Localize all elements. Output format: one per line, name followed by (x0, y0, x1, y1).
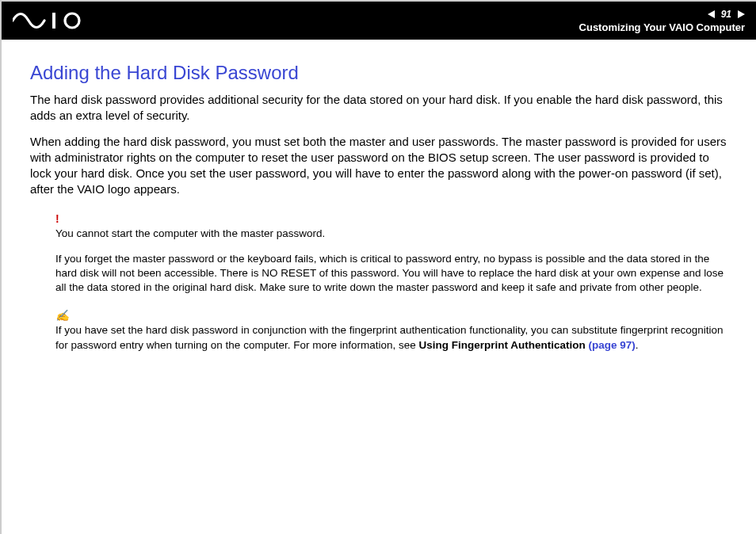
next-page-arrow-icon[interactable] (738, 10, 745, 18)
tip-text: If you have set the hard disk password i… (55, 323, 727, 352)
svg-rect-0 (52, 13, 55, 29)
warning-note: ! You cannot start the computer with the… (55, 212, 727, 296)
page-navigator: 91 (708, 9, 745, 20)
page-header: 91 Customizing Your VAIO Computer (2, 2, 756, 40)
page-content: Adding the Hard Disk Password The hard d… (2, 40, 756, 353)
svg-point-1 (65, 13, 79, 28)
warning-icon: ! (55, 212, 727, 225)
breadcrumb: Customizing Your VAIO Computer (579, 21, 745, 33)
cross-reference-label: Using Fingerprint Authentication (418, 339, 588, 351)
warning-text: You cannot start the computer with the m… (55, 227, 727, 241)
body-paragraph: When adding the hard disk password, you … (30, 134, 727, 198)
tip-note: ✍ If you have set the hard disk password… (55, 309, 727, 352)
vaio-logo (13, 12, 100, 29)
warning-text: If you forget the master password or the… (55, 252, 727, 296)
tip-icon: ✍ (55, 309, 727, 322)
page-title: Adding the Hard Disk Password (30, 62, 727, 84)
prev-page-arrow-icon[interactable] (708, 10, 715, 18)
tip-text-tail: . (636, 339, 639, 351)
cross-reference-link[interactable]: (page 97) (588, 339, 635, 351)
body-paragraph: The hard disk password provides addition… (30, 92, 727, 124)
page-number: 91 (721, 9, 731, 20)
